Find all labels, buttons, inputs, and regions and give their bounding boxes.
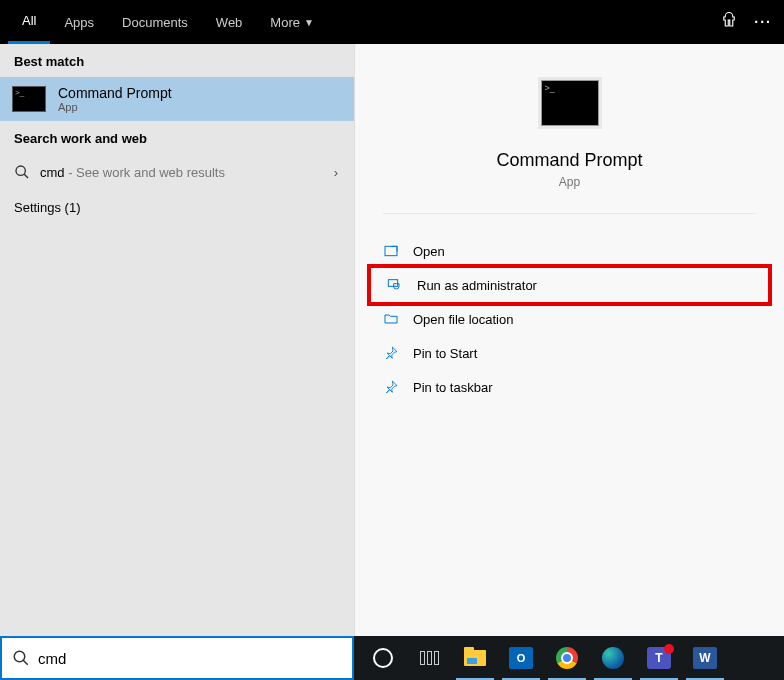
more-options-icon[interactable]: ··· — [754, 14, 772, 30]
svg-rect-2 — [385, 246, 397, 255]
best-match-heading: Best match — [0, 44, 354, 77]
admin-shield-icon — [387, 277, 403, 293]
search-web-query: cmd — [40, 165, 65, 180]
tab-documents[interactable]: Documents — [108, 0, 202, 44]
svg-line-1 — [24, 174, 28, 178]
search-icon — [14, 164, 30, 180]
open-icon — [383, 243, 399, 259]
task-view-button[interactable] — [406, 636, 452, 680]
search-box[interactable] — [0, 636, 354, 680]
feedback-icon[interactable] — [720, 11, 738, 33]
action-pin-to-start[interactable]: Pin to Start — [367, 336, 772, 370]
folder-icon — [383, 311, 399, 327]
taskbar-word[interactable]: W — [682, 636, 728, 680]
edge-icon — [602, 647, 624, 669]
command-prompt-icon — [12, 86, 46, 112]
chevron-down-icon: ▼ — [304, 17, 314, 28]
search-web-hint: - See work and web results — [65, 165, 225, 180]
pin-icon — [383, 379, 399, 395]
settings-group[interactable]: Settings (1) — [0, 190, 354, 225]
chevron-right-icon: › — [334, 165, 338, 180]
action-open-file-location[interactable]: Open file location — [367, 302, 772, 336]
action-pin-to-taskbar[interactable]: Pin to taskbar — [367, 370, 772, 404]
taskbar-chrome[interactable] — [544, 636, 590, 680]
preview-panel: Command Prompt App Open Run as administr… — [354, 44, 784, 636]
file-explorer-icon — [464, 650, 486, 666]
search-icon — [12, 649, 30, 667]
search-input[interactable] — [38, 650, 342, 667]
taskbar-edge[interactable] — [590, 636, 636, 680]
taskbar-outlook[interactable]: O — [498, 636, 544, 680]
taskbar-file-explorer[interactable] — [452, 636, 498, 680]
best-match-subtitle: App — [58, 101, 172, 113]
command-prompt-icon — [541, 80, 599, 126]
word-icon: W — [693, 647, 717, 669]
outlook-icon: O — [509, 647, 533, 669]
action-run-as-administrator[interactable]: Run as administrator — [367, 264, 772, 306]
tab-web[interactable]: Web — [202, 0, 257, 44]
search-web-result[interactable]: cmd - See work and web results › — [0, 154, 354, 190]
cortana-button[interactable] — [360, 636, 406, 680]
teams-icon: T — [647, 647, 671, 669]
svg-point-0 — [16, 166, 25, 175]
cortana-icon — [373, 648, 393, 668]
svg-rect-3 — [388, 280, 397, 287]
tab-apps[interactable]: Apps — [50, 0, 108, 44]
taskbar: O T W — [354, 636, 784, 680]
preview-subtitle: App — [383, 175, 756, 189]
svg-point-4 — [14, 651, 25, 662]
task-view-icon — [417, 646, 441, 670]
svg-line-5 — [23, 660, 28, 665]
tab-more[interactable]: More▼ — [256, 0, 328, 44]
preview-title: Command Prompt — [383, 150, 756, 171]
search-scope-tabs: All Apps Documents Web More▼ ··· — [0, 0, 784, 44]
best-match-title: Command Prompt — [58, 85, 172, 101]
taskbar-teams[interactable]: T — [636, 636, 682, 680]
best-match-result[interactable]: Command Prompt App — [0, 77, 354, 121]
results-panel: Best match Command Prompt App Search wor… — [0, 44, 354, 636]
pin-icon — [383, 345, 399, 361]
tab-all[interactable]: All — [8, 0, 50, 44]
search-web-heading: Search work and web — [0, 121, 354, 154]
chrome-icon — [556, 647, 578, 669]
action-open[interactable]: Open — [367, 234, 772, 268]
